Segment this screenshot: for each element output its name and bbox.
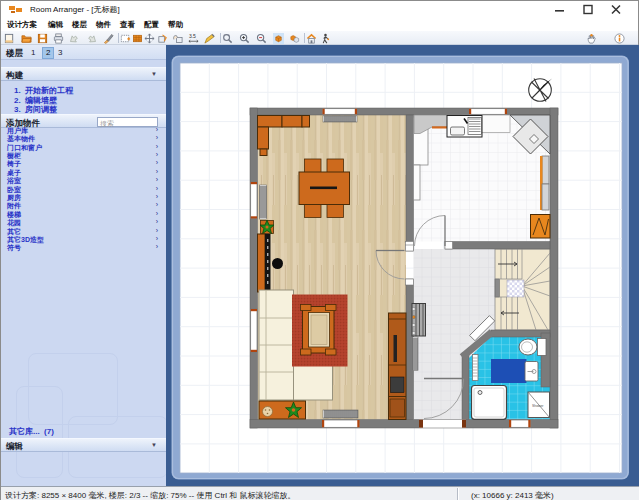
svg-text:Shower: Shower — [532, 404, 544, 408]
svg-text:3.5: 3.5 — [189, 33, 196, 39]
